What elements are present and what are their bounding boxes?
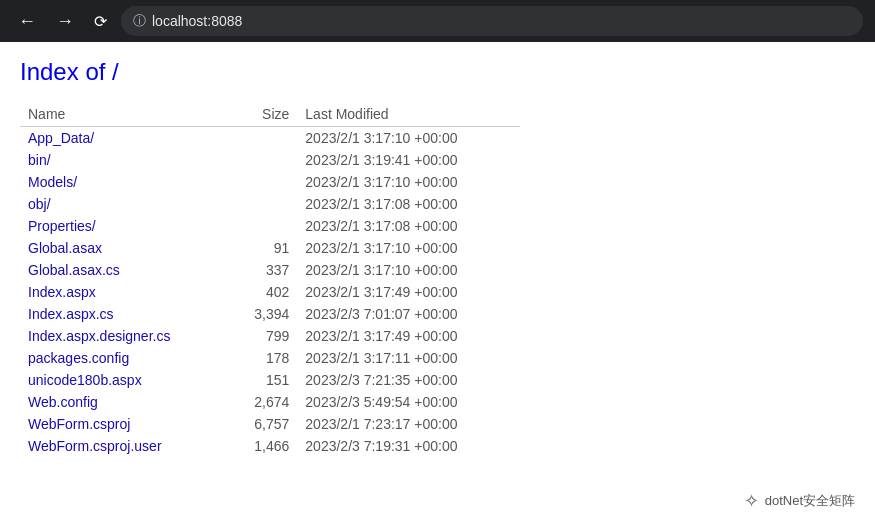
- file-size-cell: 337: [230, 259, 298, 281]
- back-button[interactable]: ←: [12, 8, 42, 34]
- table-row: Global.asax.cs3372023/2/1 3:17:10 +00:00: [20, 259, 520, 281]
- table-row: bin/2023/2/1 3:19:41 +00:00: [20, 149, 520, 171]
- file-name-cell: App_Data/: [20, 127, 230, 150]
- file-name-cell: Properties/: [20, 215, 230, 237]
- page-content: Index of / Name Size Last Modified App_D…: [0, 42, 875, 473]
- page-title: Index of /: [20, 58, 855, 86]
- file-date-cell: 2023/2/1 3:17:10 +00:00: [297, 127, 520, 150]
- file-name-cell: WebForm.csproj.user: [20, 435, 230, 457]
- file-name-cell: Models/: [20, 171, 230, 193]
- table-row: Models/2023/2/1 3:17:10 +00:00: [20, 171, 520, 193]
- file-date-cell: 2023/2/1 3:17:10 +00:00: [297, 237, 520, 259]
- table-row: App_Data/2023/2/1 3:17:10 +00:00: [20, 127, 520, 150]
- file-name-cell: packages.config: [20, 347, 230, 369]
- file-link[interactable]: WebForm.csproj: [28, 416, 130, 432]
- file-size-cell: 3,394: [230, 303, 298, 325]
- table-row: Properties/2023/2/1 3:17:08 +00:00: [20, 215, 520, 237]
- file-date-cell: 2023/2/1 3:17:49 +00:00: [297, 325, 520, 347]
- table-row: Index.aspx.cs3,3942023/2/3 7:01:07 +00:0…: [20, 303, 520, 325]
- table-row: WebForm.csproj6,7572023/2/1 7:23:17 +00:…: [20, 413, 520, 435]
- table-row: unicode180b.aspx1512023/2/3 7:21:35 +00:…: [20, 369, 520, 391]
- file-table: Name Size Last Modified App_Data/2023/2/…: [20, 102, 520, 457]
- file-date-cell: 2023/2/1 3:17:10 +00:00: [297, 259, 520, 281]
- file-link[interactable]: obj/: [28, 196, 51, 212]
- file-name-cell: obj/: [20, 193, 230, 215]
- forward-button[interactable]: →: [50, 8, 80, 34]
- file-size-cell: 178: [230, 347, 298, 369]
- file-name-cell: Index.aspx: [20, 281, 230, 303]
- table-row: Global.asax912023/2/1 3:17:10 +00:00: [20, 237, 520, 259]
- file-size-cell: 2,674: [230, 391, 298, 413]
- url-text: localhost:8088: [152, 13, 242, 29]
- file-name-cell: Index.aspx.cs: [20, 303, 230, 325]
- file-date-cell: 2023/2/3 7:01:07 +00:00: [297, 303, 520, 325]
- file-link[interactable]: Index.aspx.cs: [28, 306, 114, 322]
- reload-button[interactable]: ⟳: [88, 8, 113, 35]
- file-size-cell: [230, 149, 298, 171]
- file-link[interactable]: packages.config: [28, 350, 129, 366]
- file-size-cell: [230, 215, 298, 237]
- file-link[interactable]: Models/: [28, 174, 77, 190]
- file-date-cell: 2023/2/1 3:17:11 +00:00: [297, 347, 520, 369]
- file-link[interactable]: WebForm.csproj.user: [28, 438, 162, 454]
- size-column-header: Size: [230, 102, 298, 127]
- file-name-cell: Index.aspx.designer.cs: [20, 325, 230, 347]
- file-link[interactable]: Index.aspx.designer.cs: [28, 328, 170, 344]
- file-size-cell: [230, 193, 298, 215]
- file-size-cell: [230, 127, 298, 150]
- file-name-cell: bin/: [20, 149, 230, 171]
- file-link[interactable]: Web.config: [28, 394, 98, 410]
- file-link[interactable]: unicode180b.aspx: [28, 372, 142, 388]
- file-link[interactable]: bin/: [28, 152, 51, 168]
- file-date-cell: 2023/2/3 5:49:54 +00:00: [297, 391, 520, 413]
- file-date-cell: 2023/2/1 3:17:08 +00:00: [297, 215, 520, 237]
- table-header-row: Name Size Last Modified: [20, 102, 520, 127]
- file-date-cell: 2023/2/1 3:17:08 +00:00: [297, 193, 520, 215]
- file-date-cell: 2023/2/3 7:19:31 +00:00: [297, 435, 520, 457]
- table-row: packages.config1782023/2/1 3:17:11 +00:0…: [20, 347, 520, 369]
- file-size-cell: 402: [230, 281, 298, 303]
- file-size-cell: 799: [230, 325, 298, 347]
- file-date-cell: 2023/2/3 7:21:35 +00:00: [297, 369, 520, 391]
- name-column-header: Name: [20, 102, 230, 127]
- file-date-cell: 2023/2/1 7:23:17 +00:00: [297, 413, 520, 435]
- file-name-cell: Global.asax: [20, 237, 230, 259]
- lock-icon: ⓘ: [133, 12, 146, 30]
- table-row: Index.aspx.designer.cs7992023/2/1 3:17:4…: [20, 325, 520, 347]
- table-row: obj/2023/2/1 3:17:08 +00:00: [20, 193, 520, 215]
- file-name-cell: WebForm.csproj: [20, 413, 230, 435]
- file-size-cell: 1,466: [230, 435, 298, 457]
- address-bar[interactable]: ⓘ localhost:8088: [121, 6, 863, 36]
- file-date-cell: 2023/2/1 3:19:41 +00:00: [297, 149, 520, 171]
- file-name-cell: Web.config: [20, 391, 230, 413]
- file-name-cell: unicode180b.aspx: [20, 369, 230, 391]
- date-column-header: Last Modified: [297, 102, 520, 127]
- table-row: Index.aspx4022023/2/1 3:17:49 +00:00: [20, 281, 520, 303]
- file-link[interactable]: Properties/: [28, 218, 96, 234]
- file-name-cell: Global.asax.cs: [20, 259, 230, 281]
- browser-chrome: ← → ⟳ ⓘ localhost:8088: [0, 0, 875, 42]
- file-date-cell: 2023/2/1 3:17:10 +00:00: [297, 171, 520, 193]
- file-link[interactable]: Index.aspx: [28, 284, 96, 300]
- file-size-cell: 6,757: [230, 413, 298, 435]
- file-size-cell: 151: [230, 369, 298, 391]
- table-row: WebForm.csproj.user1,4662023/2/3 7:19:31…: [20, 435, 520, 457]
- file-date-cell: 2023/2/1 3:17:49 +00:00: [297, 281, 520, 303]
- file-link[interactable]: Global.asax: [28, 240, 102, 256]
- file-link[interactable]: Global.asax.cs: [28, 262, 120, 278]
- file-link[interactable]: App_Data/: [28, 130, 94, 146]
- file-size-cell: 91: [230, 237, 298, 259]
- file-size-cell: [230, 171, 298, 193]
- table-row: Web.config2,6742023/2/3 5:49:54 +00:00: [20, 391, 520, 413]
